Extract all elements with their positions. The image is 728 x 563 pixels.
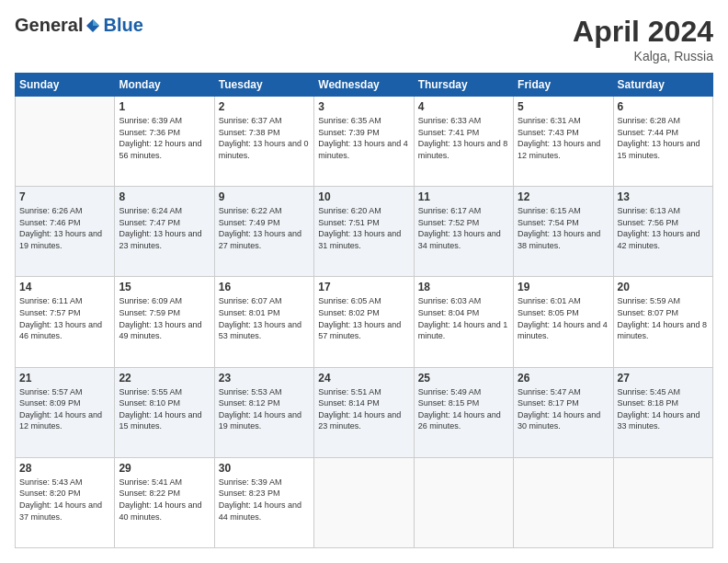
day-info: Sunrise: 6:22 AMSunset: 7:49 PMDaylight:… (219, 205, 310, 251)
day-info: Sunrise: 6:31 AMSunset: 7:43 PMDaylight:… (518, 115, 609, 161)
day-info: Sunrise: 6:17 AMSunset: 7:52 PMDaylight:… (418, 205, 509, 251)
day-number: 15 (119, 281, 210, 293)
sunset-text: Sunset: 7:56 PM (618, 217, 709, 229)
daylight-text: Daylight: 14 hours and 33 minutes. (618, 409, 709, 432)
sunrise-text: Sunrise: 6:37 AM (219, 115, 310, 127)
daylight-text: Daylight: 14 hours and 15 minutes. (119, 409, 210, 432)
day-cell-4-2: 30Sunrise: 5:39 AMSunset: 8:23 PMDayligh… (214, 457, 313, 547)
sunset-text: Sunset: 8:15 PM (418, 397, 509, 409)
day-number: 4 (418, 100, 509, 113)
page: General Blue April 2024 Kalga, Russia Su… (0, 0, 728, 563)
day-cell-0-1: 1Sunrise: 6:39 AMSunset: 7:36 PMDaylight… (115, 97, 214, 187)
col-saturday: Saturday (613, 74, 712, 97)
day-cell-1-4: 11Sunrise: 6:17 AMSunset: 7:52 PMDayligh… (414, 187, 513, 277)
day-info: Sunrise: 6:39 AMSunset: 7:36 PMDaylight:… (119, 115, 210, 161)
sunrise-text: Sunrise: 6:20 AM (318, 205, 409, 217)
day-info: Sunrise: 6:37 AMSunset: 7:38 PMDaylight:… (219, 115, 310, 161)
sunset-text: Sunset: 8:05 PM (518, 307, 609, 319)
daylight-text: Daylight: 13 hours and 34 minutes. (418, 228, 509, 251)
day-cell-4-5 (514, 457, 613, 547)
daylight-text: Daylight: 14 hours and 8 minutes. (618, 319, 709, 342)
sunset-text: Sunset: 8:07 PM (618, 307, 709, 319)
day-cell-1-6: 13Sunrise: 6:13 AMSunset: 7:56 PMDayligh… (613, 187, 712, 277)
sunset-text: Sunset: 8:17 PM (518, 397, 609, 409)
daylight-text: Daylight: 13 hours and 46 minutes. (19, 319, 110, 342)
sunrise-text: Sunrise: 5:49 AM (418, 386, 509, 398)
sunset-text: Sunset: 8:22 PM (119, 488, 210, 500)
day-info: Sunrise: 6:09 AMSunset: 7:59 PMDaylight:… (119, 295, 210, 341)
sunset-text: Sunset: 7:59 PM (119, 307, 210, 319)
day-cell-0-4: 4Sunrise: 6:33 AMSunset: 7:41 PMDaylight… (414, 97, 513, 187)
day-info: Sunrise: 6:11 AMSunset: 7:57 PMDaylight:… (19, 295, 110, 341)
sunset-text: Sunset: 7:52 PM (418, 217, 509, 229)
day-number: 16 (219, 281, 310, 293)
day-number: 22 (119, 372, 210, 385)
sunset-text: Sunset: 7:36 PM (119, 127, 210, 139)
col-wednesday: Wednesday (314, 74, 414, 97)
daylight-text: Daylight: 13 hours and 15 minutes. (618, 138, 709, 161)
day-cell-0-0 (16, 97, 115, 187)
day-info: Sunrise: 6:05 AMSunset: 8:02 PMDaylight:… (318, 295, 409, 341)
day-number: 3 (318, 100, 409, 113)
sunrise-text: Sunrise: 5:45 AM (618, 386, 709, 398)
day-info: Sunrise: 6:28 AMSunset: 7:44 PMDaylight:… (618, 115, 709, 161)
day-number: 24 (318, 372, 409, 385)
day-number: 21 (19, 372, 110, 385)
sunset-text: Sunset: 8:04 PM (418, 307, 509, 319)
day-info: Sunrise: 5:39 AMSunset: 8:23 PMDaylight:… (219, 477, 310, 523)
sunset-text: Sunset: 8:02 PM (318, 307, 409, 319)
day-number: 30 (219, 462, 310, 475)
week-row-2: 7Sunrise: 6:26 AMSunset: 7:46 PMDaylight… (16, 187, 713, 277)
day-info: Sunrise: 5:47 AMSunset: 8:17 PMDaylight:… (518, 386, 609, 432)
sunset-text: Sunset: 7:47 PM (119, 217, 210, 229)
day-number: 6 (618, 100, 709, 113)
sunset-text: Sunset: 8:23 PM (219, 488, 310, 500)
sunset-text: Sunset: 8:12 PM (219, 397, 310, 409)
day-number: 18 (418, 281, 509, 293)
sunset-text: Sunset: 8:10 PM (119, 397, 210, 409)
day-number: 9 (219, 190, 310, 203)
col-friday: Friday (514, 74, 613, 97)
month-title: April 2024 (573, 15, 713, 49)
daylight-text: Daylight: 13 hours and 57 minutes. (318, 319, 409, 342)
day-cell-3-1: 22Sunrise: 5:55 AMSunset: 8:10 PMDayligh… (115, 367, 214, 457)
day-number: 11 (418, 190, 509, 203)
sunrise-text: Sunrise: 6:09 AM (119, 295, 210, 307)
day-cell-3-0: 21Sunrise: 5:57 AMSunset: 8:09 PMDayligh… (16, 367, 115, 457)
week-row-4: 21Sunrise: 5:57 AMSunset: 8:09 PMDayligh… (16, 367, 713, 457)
sunrise-text: Sunrise: 6:35 AM (318, 115, 409, 127)
daylight-text: Daylight: 14 hours and 30 minutes. (518, 409, 609, 432)
day-cell-2-6: 20Sunrise: 5:59 AMSunset: 8:07 PMDayligh… (613, 277, 712, 367)
day-number: 2 (219, 100, 310, 113)
logo: General Blue (15, 15, 143, 36)
daylight-text: Daylight: 14 hours and 12 minutes. (19, 409, 110, 432)
day-number: 13 (618, 190, 709, 203)
day-cell-4-3 (314, 457, 414, 547)
sunrise-text: Sunrise: 6:13 AM (618, 205, 709, 217)
daylight-text: Daylight: 13 hours and 42 minutes. (618, 228, 709, 251)
daylight-text: Daylight: 13 hours and 12 minutes. (518, 138, 609, 161)
day-number: 23 (219, 372, 310, 385)
calendar-table: Sunday Monday Tuesday Wednesday Thursday… (15, 73, 713, 548)
sunset-text: Sunset: 7:41 PM (418, 127, 509, 139)
location: Kalga, Russia (573, 49, 713, 63)
sunrise-text: Sunrise: 5:53 AM (219, 386, 310, 398)
daylight-text: Daylight: 13 hours and 0 minutes. (219, 138, 310, 161)
sunset-text: Sunset: 7:57 PM (19, 307, 110, 319)
daylight-text: Daylight: 13 hours and 27 minutes. (219, 228, 310, 251)
day-number: 1 (119, 100, 210, 113)
day-cell-0-5: 5Sunrise: 6:31 AMSunset: 7:43 PMDaylight… (514, 97, 613, 187)
sunset-text: Sunset: 7:39 PM (318, 127, 409, 139)
day-info: Sunrise: 5:43 AMSunset: 8:20 PMDaylight:… (19, 477, 110, 523)
day-number: 26 (518, 372, 609, 385)
day-cell-1-3: 10Sunrise: 6:20 AMSunset: 7:51 PMDayligh… (314, 187, 414, 277)
day-info: Sunrise: 6:35 AMSunset: 7:39 PMDaylight:… (318, 115, 409, 161)
day-number: 29 (119, 462, 210, 475)
sunrise-text: Sunrise: 5:55 AM (119, 386, 210, 398)
daylight-text: Daylight: 13 hours and 38 minutes. (518, 228, 609, 251)
sunrise-text: Sunrise: 6:05 AM (318, 295, 409, 307)
daylight-text: Daylight: 14 hours and 19 minutes. (219, 409, 310, 432)
day-number: 12 (518, 190, 609, 203)
day-info: Sunrise: 5:45 AMSunset: 8:18 PMDaylight:… (618, 386, 709, 432)
day-cell-0-6: 6Sunrise: 6:28 AMSunset: 7:44 PMDaylight… (613, 97, 712, 187)
